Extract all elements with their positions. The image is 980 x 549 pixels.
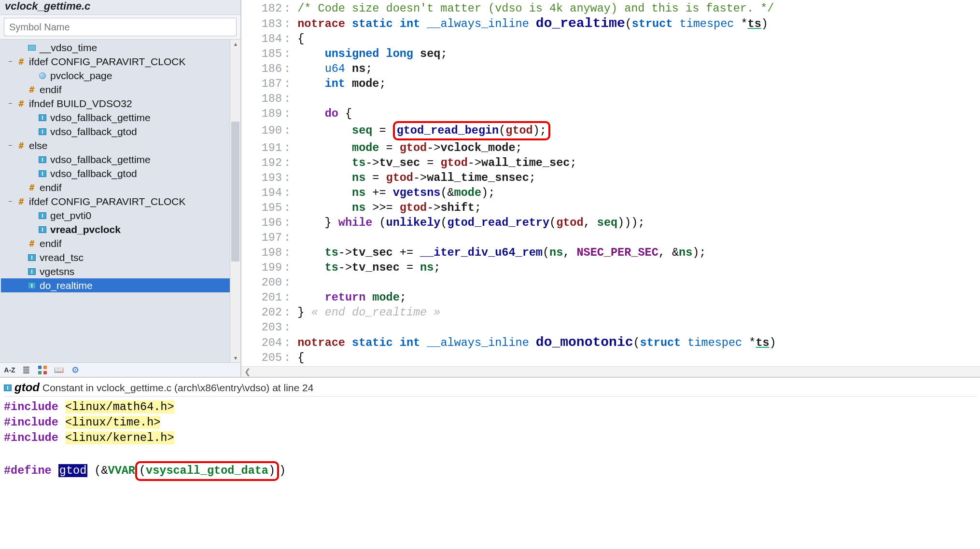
tree-item[interactable]: #endif xyxy=(1,236,230,250)
line-number: 205 xyxy=(249,350,284,365)
tree-item[interactable]: #endif xyxy=(1,180,230,194)
tree-item[interactable]: vgetsns xyxy=(1,264,230,278)
definition-icon xyxy=(4,384,12,391)
code-line[interactable]: 201: return mode; xyxy=(249,290,980,305)
snippet-line[interactable]: #define gtod (&VVAR(vsyscall_gtod_data)) xyxy=(4,461,976,481)
code-line[interactable]: 205: { xyxy=(249,350,980,365)
line-number: 200 xyxy=(249,275,284,290)
tree-item-label: vdso_fallback_gtod xyxy=(50,124,137,138)
code-line[interactable]: 184: { xyxy=(249,31,980,46)
reference-button[interactable] xyxy=(53,364,65,376)
tree-item[interactable]: vread_tsc xyxy=(1,250,230,264)
code-line[interactable]: 190: seq = gtod_read_begin(gtod); xyxy=(249,121,980,140)
tree-item-label: vdso_fallback_gettime xyxy=(50,152,151,166)
code-line[interactable]: 182: /* Code size doesn't matter (vdso i… xyxy=(249,1,980,16)
line-number: 196 xyxy=(249,215,284,230)
snippet-line[interactable]: #include <linux/kernel.h> xyxy=(4,430,976,446)
filter-button[interactable] xyxy=(37,364,48,376)
hash-icon: # xyxy=(27,236,37,250)
folder-icon xyxy=(27,45,37,51)
code-line[interactable]: 193: ns = gtod->wall_time_snsec; xyxy=(249,170,980,185)
code-line[interactable]: 198: ts->tv_sec += __iter_div_u64_rem(ns… xyxy=(249,245,980,260)
tree-item[interactable]: −#else xyxy=(1,138,230,152)
struct-icon xyxy=(38,128,47,135)
definition-panel: gtod Constant in vclock_gettime.c (arch\… xyxy=(0,377,980,549)
struct-icon xyxy=(27,282,37,289)
tree-item[interactable]: __vdso_time xyxy=(1,41,230,55)
line-number: 197 xyxy=(249,230,284,245)
scroll-left-icon[interactable]: ❮ xyxy=(241,366,251,377)
tree-item[interactable]: #endif xyxy=(1,82,230,96)
symbol-tree[interactable]: __vdso_time−#ifdef CONFIG_PARAVIRT_CLOCK… xyxy=(0,40,230,362)
code-line[interactable]: 200: xyxy=(249,275,980,290)
tree-item[interactable]: −#ifdef CONFIG_PARAVIRT_CLOCK xyxy=(1,55,230,69)
tree-item[interactable]: get_pvti0 xyxy=(1,208,230,222)
code-line[interactable]: 196: } while (unlikely(gtod_read_retry(g… xyxy=(249,215,980,230)
code-line[interactable]: 192: ts->tv_sec = gtod->wall_time_sec; xyxy=(249,155,980,170)
tree-item[interactable]: −#ifndef BUILD_VDSO32 xyxy=(1,96,230,110)
line-number: 189 xyxy=(249,106,284,121)
tree-item[interactable]: vdso_fallback_gtod xyxy=(1,166,230,180)
tree-item-label: vgetsns xyxy=(40,264,74,278)
code-line[interactable]: 202: } « end do_realtime » xyxy=(249,305,980,320)
code-line[interactable]: 195: ns >>= gtod->shift; xyxy=(249,200,980,215)
code-line[interactable]: 187: int mode; xyxy=(249,76,980,91)
sort-az-button[interactable]: A-Z xyxy=(4,364,15,376)
scroll-down-icon[interactable]: ▾ xyxy=(230,355,240,361)
filter-icon xyxy=(38,366,47,374)
collapse-icon[interactable]: − xyxy=(7,194,14,208)
code-line[interactable]: 197: xyxy=(249,230,980,245)
code-line[interactable]: 204: notrace static int __always_inline … xyxy=(249,335,980,350)
tree-item[interactable]: vread_pvclock xyxy=(1,222,230,236)
code-line[interactable]: 185: unsigned long seq; xyxy=(249,46,980,61)
snippet-line[interactable]: #include <linux/time.h> xyxy=(4,415,976,430)
code-line[interactable]: 203: xyxy=(249,320,980,335)
struct-icon xyxy=(38,226,47,233)
settings-button[interactable] xyxy=(70,364,81,376)
definition-snippet[interactable]: #include <linux/math64.h>#include <linux… xyxy=(4,399,976,481)
snippet-line[interactable] xyxy=(4,446,976,461)
symbol-search-input[interactable] xyxy=(4,18,237,36)
symbol-sidebar: vclock_gettime.c __vdso_time−#ifdef CONF… xyxy=(0,0,241,377)
code-line[interactable]: 194: ns += vgetsns(&mode); xyxy=(249,185,980,200)
definition-symbol[interactable]: gtod xyxy=(14,381,40,394)
definition-description: Constant in vclock_gettime.c (arch\x86\e… xyxy=(42,382,313,394)
tree-scrollbar[interactable]: ▴ ▾ xyxy=(230,40,240,362)
code-line[interactable]: 186: u64 ns; xyxy=(249,61,980,76)
globe-icon xyxy=(38,72,47,79)
tree-item[interactable]: pvclock_page xyxy=(1,69,230,82)
tree-item[interactable]: do_realtime xyxy=(1,278,230,292)
tree-item[interactable]: −#ifdef CONFIG_PARAVIRT_CLOCK xyxy=(1,194,230,208)
code-editor[interactable]: 182: /* Code size doesn't matter (vdso i… xyxy=(241,0,980,377)
tree-item-label: __vdso_time xyxy=(40,41,97,55)
collapse-icon[interactable]: − xyxy=(7,55,14,69)
collapse-icon[interactable]: − xyxy=(7,96,14,110)
collapse-icon[interactable]: − xyxy=(7,138,14,152)
line-number: 201 xyxy=(249,290,284,305)
code-line[interactable]: 199: ts->tv_nsec = ns; xyxy=(249,260,980,275)
line-number: 199 xyxy=(249,260,284,275)
scroll-up-icon[interactable]: ▴ xyxy=(230,41,240,47)
struct-icon xyxy=(38,212,47,219)
tree-item[interactable]: vdso_fallback_gettime xyxy=(1,152,230,166)
tree-item[interactable]: vdso_fallback_gtod xyxy=(1,124,230,138)
snippet-line[interactable]: #include <linux/math64.h> xyxy=(4,399,976,415)
line-number: 183 xyxy=(249,16,284,31)
code-h-scrollbar[interactable] xyxy=(241,366,980,377)
code-line[interactable]: 189: do { xyxy=(249,106,980,121)
code-line[interactable]: 191: mode = gtod->vclock_mode; xyxy=(249,140,980,155)
code-line[interactable]: 188: xyxy=(249,91,980,106)
tree-item-label: vread_pvclock xyxy=(50,222,121,236)
hash-icon: # xyxy=(16,138,26,152)
tree-item-label: endif xyxy=(40,82,62,96)
tree-item-label: ifdef CONFIG_PARAVIRT_CLOCK xyxy=(29,55,185,69)
hash-icon: # xyxy=(16,194,26,208)
line-number: 195 xyxy=(249,200,284,215)
tree-item-label: ifdef CONFIG_PARAVIRT_CLOCK xyxy=(29,194,185,208)
tree-item-label: else xyxy=(29,138,48,152)
tree-item[interactable]: vdso_fallback_gettime xyxy=(1,110,230,124)
line-number: 198 xyxy=(249,245,284,260)
view-list-button[interactable] xyxy=(20,364,32,376)
scroll-thumb[interactable] xyxy=(231,122,239,261)
code-line[interactable]: 183: notrace static int __always_inline … xyxy=(249,16,980,31)
